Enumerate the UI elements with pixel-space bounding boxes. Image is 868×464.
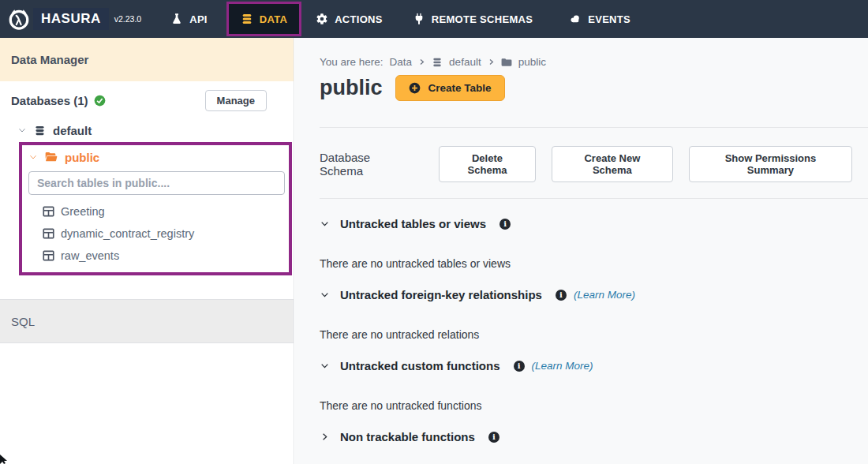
chevron-down-icon[interactable] <box>320 290 330 300</box>
chevron-right-icon[interactable] <box>320 432 330 442</box>
folder-icon <box>501 58 512 67</box>
sidebar: Data Manager Databases (1) Manage defaul… <box>0 38 294 464</box>
info-icon[interactable] <box>556 290 567 301</box>
flask-icon <box>170 13 183 25</box>
main-content: You are here: Data default public public… <box>295 38 868 464</box>
table-item-dynamic-contract-registry[interactable]: dynamic_contract_registry <box>43 223 289 245</box>
database-schema-label: Database Schema <box>320 151 415 178</box>
nav-item-data[interactable]: DATA <box>226 2 301 36</box>
schema-name: public <box>65 151 99 164</box>
folder-open-icon <box>45 152 58 163</box>
hasura-logo-icon <box>7 7 31 31</box>
chevron-down-icon[interactable] <box>28 152 38 162</box>
table-icon <box>43 206 54 217</box>
databases-label-group: Databases (1) <box>11 94 106 107</box>
table-icon <box>43 250 54 261</box>
breadcrumb-item-default[interactable]: default <box>449 56 481 68</box>
sql-label: SQL <box>11 315 35 328</box>
empty-state-text: There are no untracked tables or views <box>320 257 868 270</box>
nav-item-actions[interactable]: ACTIONS <box>316 13 383 25</box>
nav-item-remote-schemas[interactable]: REMOTE SCHEMAS <box>413 13 533 25</box>
info-icon[interactable] <box>488 432 499 443</box>
info-icon[interactable] <box>499 219 511 230</box>
breadcrumb: You are here: Data default public <box>320 56 868 68</box>
manage-button[interactable]: Manage <box>205 90 267 111</box>
breadcrumb-chevron-icon <box>418 58 425 65</box>
info-icon[interactable] <box>514 361 525 372</box>
version-label: v2.23.0 <box>114 14 141 24</box>
database-schema-row: Database Schema Delete Schema Create New… <box>320 146 868 182</box>
section-title: Untracked foreign-key relationships <box>340 288 542 301</box>
sidebar-header: Data Manager <box>0 38 294 81</box>
database-icon <box>241 13 253 25</box>
breadcrumb-prefix: You are here: <box>320 56 383 68</box>
empty-state-text: There are no untracked relations <box>320 328 868 341</box>
section-untracked-foreign-keys[interactable]: Untracked foreign-key relationships (Lea… <box>320 288 868 301</box>
table-name: Greeting <box>61 205 105 218</box>
cloud-icon <box>569 13 582 25</box>
sidebar-item-default-database[interactable]: default <box>0 122 294 139</box>
nav-item-label: API <box>189 13 208 25</box>
divider <box>320 127 868 128</box>
nav-item-label: DATA <box>260 13 287 25</box>
create-table-button[interactable]: Create Table <box>395 75 505 101</box>
table-name: dynamic_contract_registry <box>61 227 194 240</box>
sidebar-item-public-schema[interactable]: public <box>22 145 289 166</box>
sidebar-item-sql[interactable]: SQL <box>0 299 294 343</box>
nav-item-label: REMOTE SCHEMAS <box>432 13 533 25</box>
breadcrumb-item-public[interactable]: public <box>518 56 546 68</box>
databases-row: Databases (1) Manage <box>0 88 294 112</box>
section-title: Non trackable functions <box>340 430 475 443</box>
delete-schema-button[interactable]: Delete Schema <box>439 146 536 182</box>
title-row: public Create Table <box>320 75 868 101</box>
plus-circle-icon <box>409 82 421 94</box>
table-name: raw_events <box>61 249 119 262</box>
section-untracked-custom-functions[interactable]: Untracked custom functions (Learn More) <box>320 359 868 372</box>
empty-state-text: There are no untracked functions <box>320 399 868 412</box>
nav-item-events[interactable]: EVENTS <box>569 13 630 25</box>
learn-more-link[interactable]: (Learn More) <box>574 289 635 301</box>
chevron-down-icon[interactable] <box>17 125 27 135</box>
create-table-label: Create Table <box>428 82 492 94</box>
plug-icon <box>413 13 425 25</box>
gears-icon <box>316 13 328 25</box>
nav-item-label: ACTIONS <box>335 13 383 25</box>
section-title: Untracked custom functions <box>340 359 500 372</box>
table-item-greeting[interactable]: Greeting <box>43 200 289 223</box>
section-non-trackable-functions[interactable]: Non trackable functions <box>320 430 868 443</box>
databases-label: Databases (1) <box>11 94 88 107</box>
section-untracked-tables[interactable]: Untracked tables or views <box>320 217 868 230</box>
check-circle-icon <box>94 95 106 107</box>
create-new-schema-button[interactable]: Create New Schema <box>552 146 673 182</box>
sidebar-title: Data Manager <box>11 53 88 66</box>
mouse-cursor <box>0 455 7 464</box>
section-title: Untracked tables or views <box>340 217 486 230</box>
brand-wordmark: HASURA <box>33 8 109 30</box>
database-icon <box>432 57 443 68</box>
page-title: public <box>320 76 383 100</box>
learn-more-link[interactable]: (Learn More) <box>532 360 593 372</box>
breadcrumb-item-data[interactable]: Data <box>390 56 413 68</box>
chevron-down-icon[interactable] <box>320 361 330 371</box>
show-permissions-summary-button[interactable]: Show Permissions Summary <box>689 146 852 182</box>
hasura-logo[interactable]: HASURA <box>7 7 109 31</box>
nav-item-label: EVENTS <box>588 13 630 25</box>
database-name: default <box>53 124 92 137</box>
table-icon <box>43 228 54 239</box>
nav-item-api[interactable]: API <box>170 13 208 25</box>
nav-menu: API DATA ACTIONS REMOTE SCHEMAS EVENTS <box>141 0 630 38</box>
database-icon <box>34 125 46 137</box>
table-item-raw-events[interactable]: raw_events <box>43 245 289 267</box>
table-list: Greeting dynamic_contract_registry raw_e… <box>22 196 289 272</box>
schema-highlight-box: public Greeting dynamic_contract_registr… <box>19 142 292 275</box>
search-input[interactable] <box>28 171 285 195</box>
chevron-down-icon[interactable] <box>320 219 330 229</box>
top-navbar: HASURA v2.23.0 API DATA ACTIONS REMOTE S… <box>0 0 868 38</box>
divider <box>320 198 868 199</box>
breadcrumb-chevron-icon <box>488 58 495 65</box>
